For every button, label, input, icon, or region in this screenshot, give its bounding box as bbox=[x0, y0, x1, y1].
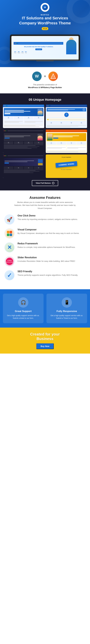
wordpress-logo: W bbox=[32, 72, 42, 81]
feature-visual-composer-title: Visual Composer bbox=[18, 228, 79, 231]
view-demos-label: View Full Demos bbox=[36, 182, 51, 184]
header-title: IT Solutions and Services Company WordPr… bbox=[4, 16, 86, 26]
header-title-line2: Company WordPress Theme bbox=[19, 21, 71, 25]
features-section: Asesome Features Murtes allows you to cr… bbox=[0, 190, 90, 289]
buy-now-button[interactable]: Buy Now bbox=[36, 343, 54, 349]
slider-revolution-badge: SLIDER REVOLUTION bbox=[6, 258, 13, 265]
headset-icon: 🎧 bbox=[21, 300, 26, 305]
feature-redux-title: Redux Framework bbox=[18, 242, 75, 245]
feature-slider-revolution: SLIDER REVOLUTION Slider Revolution It i… bbox=[4, 256, 86, 266]
view-full-demos-button[interactable]: View Full Demos bbox=[32, 180, 58, 186]
demo-card-4: 25+Work 98+Team 35+Aw 84+Done bbox=[46, 130, 87, 153]
great-support-card: 🎧 Great Support Get a high quality suppo… bbox=[3, 294, 44, 323]
great-support-title: Great Support bbox=[6, 310, 41, 313]
coming-soon-text: COMING SOON! bbox=[55, 161, 77, 168]
seo-check-icon: ✓ bbox=[7, 272, 12, 278]
svg-rect-5 bbox=[10, 234, 12, 236]
screen-tagline: We provide truly here best quality IT so… bbox=[14, 46, 63, 48]
screen-cta-btn: Get Started bbox=[35, 48, 42, 50]
homepage-section-title: 05 Unique Homepage bbox=[3, 98, 87, 102]
fully-responsive-title: Fully Responsive bbox=[49, 310, 84, 313]
features-subtitle: Murtes allows you to create beautiful we… bbox=[14, 201, 76, 210]
support-grid: 🎧 Great Support Get a high quality suppo… bbox=[3, 294, 87, 323]
feature-visual-composer-desc: By Visual Composer, developers can find … bbox=[18, 232, 79, 235]
feature-one-click-desc: This works by importing wordpress conten… bbox=[18, 218, 78, 221]
wp-description: The powerful combination of WordPress & … bbox=[3, 83, 87, 89]
fully-responsive-icon-wrap: 📱 bbox=[62, 297, 72, 308]
laptop-screen: We provide truly here best quality IT so… bbox=[11, 36, 79, 60]
svg-rect-2 bbox=[7, 231, 9, 233]
footer-cta-line2: Business bbox=[37, 336, 53, 341]
feature-slider-text: Slider Revolution It includes Revolution… bbox=[18, 256, 75, 263]
wp-logos-container: W + bbox=[3, 72, 87, 81]
feature-one-click-demo: 🚀 One Click Demo This works by importing… bbox=[4, 214, 86, 225]
homepage-section: 05 Unique Homepage 25+Wo bbox=[0, 94, 90, 190]
feature-slider-desc: It includes Revolution Slider for easy s… bbox=[18, 260, 75, 263]
header-title-line1: IT Solutions and Services bbox=[22, 16, 68, 20]
coming-soon-card: for your inspiration COMING SOON! for yo… bbox=[46, 154, 87, 178]
svg-rect-3 bbox=[10, 231, 12, 233]
rocket-icon: 🚀 bbox=[6, 217, 12, 222]
feature-visual-composer: Visual Composer By Visual Composer, deve… bbox=[4, 228, 86, 238]
seo-icon-wrap: ✓ bbox=[4, 270, 15, 280]
fully-responsive-desc: Get a high quality support service with … bbox=[49, 314, 84, 320]
feature-one-click-title: One Click Demo bbox=[18, 214, 78, 217]
arrow-right-icon bbox=[52, 182, 54, 184]
slider-revolution-icon-wrap: SLIDER REVOLUTION bbox=[4, 256, 15, 266]
version-badge: V-1.0 bbox=[42, 27, 48, 30]
brand-name: MURTES bbox=[4, 14, 86, 16]
demo-card-1: 25+Work 98+Team 35+Award 84+Done bbox=[3, 104, 44, 128]
demo-card-5: 25+ 98+ 35+ 84+ bbox=[3, 154, 44, 178]
feature-seo: ✓ SEO Friendly Theme perfectly supports … bbox=[4, 270, 86, 280]
one-click-demo-icon-wrap: 🚀 bbox=[4, 214, 15, 225]
visual-composer-icon-wrap bbox=[4, 228, 15, 238]
footer-cta-title: Created for your Business bbox=[3, 332, 87, 341]
feature-seo-text: SEO Friendly Theme perfectly supports se… bbox=[18, 270, 78, 277]
features-title: Asesome Features bbox=[4, 196, 86, 200]
demos-grid: 25+Work 98+Team 35+Award 84+Done bbox=[3, 104, 87, 178]
fully-responsive-card: 📱 Fully Responsive Get a high quality su… bbox=[46, 294, 87, 323]
laptop-mockup: We provide truly here best quality IT so… bbox=[10, 34, 80, 61]
svg-rect-4 bbox=[7, 234, 9, 236]
wpbakery-logo bbox=[48, 72, 58, 81]
plus-separator: + bbox=[44, 74, 46, 78]
feature-redux: ✕ Redux Framework Redux is a simple, tru… bbox=[4, 242, 86, 252]
demo-card-3: 25+ Work 98+ Team 35+ Award 84+ Done bbox=[3, 130, 44, 153]
laptop-frame: We provide truly here best quality IT so… bbox=[10, 34, 80, 61]
footer-cta-line1: Created for your bbox=[30, 332, 60, 336]
wordpress-section: W + The powerful combination of WordPres… bbox=[0, 67, 90, 94]
feature-slider-title: Slider Revolution bbox=[18, 256, 75, 259]
feature-seo-title: SEO Friendly bbox=[18, 270, 78, 273]
support-section: 🎧 Great Support Get a high quality suppo… bbox=[0, 289, 90, 328]
header-section: M MURTES IT Solutions and Services Compa… bbox=[0, 0, 90, 67]
great-support-desc: Get a high quality support service with … bbox=[6, 314, 41, 320]
redux-x-icon: ✕ bbox=[7, 245, 12, 250]
great-support-icon-wrap: 🎧 bbox=[18, 297, 28, 308]
feature-one-click-text: One Click Demo This works by importing w… bbox=[18, 214, 78, 221]
feature-seo-desc: Theme perfectly supports search engine a… bbox=[18, 274, 78, 277]
responsive-icon: 📱 bbox=[64, 300, 70, 305]
feature-redux-text: Redux Framework Redux is a simple, truly… bbox=[18, 242, 75, 249]
demo-card-2: ? 25+Work 98+Team 35+Aw 84+Done bbox=[46, 104, 87, 128]
logo: M bbox=[41, 3, 49, 12]
redux-icon-wrap: ✕ bbox=[4, 242, 15, 252]
feature-visual-composer-text: Visual Composer By Visual Composer, deve… bbox=[18, 228, 79, 235]
visual-composer-icon bbox=[6, 230, 12, 236]
feature-redux-desc: Redux is a simple, truly extensible opti… bbox=[18, 246, 75, 249]
footer-cta-section: Created for your Business Buy Now bbox=[0, 328, 90, 354]
